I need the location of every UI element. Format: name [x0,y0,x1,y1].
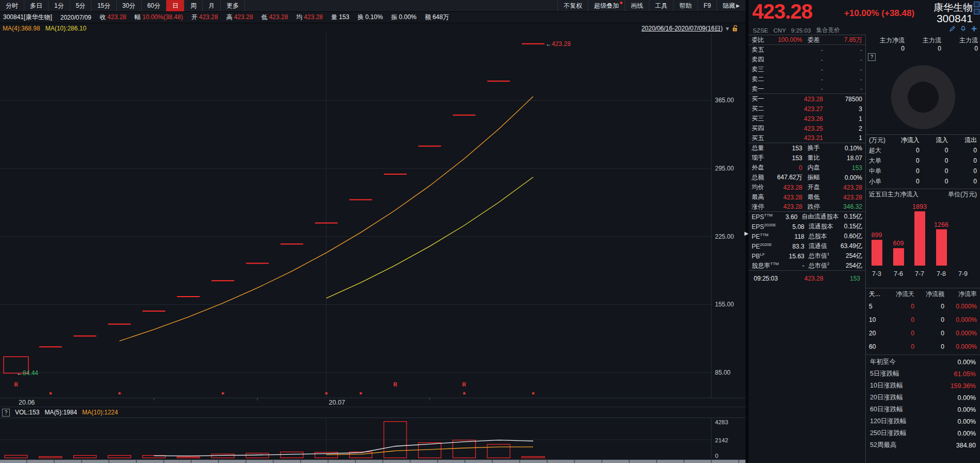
day-flow-col-header: 净流天 [888,290,914,299]
info-field-换: 换0.10% [357,13,383,22]
ask-row[interactable]: 卖四-- [749,55,865,65]
flow-row-label: 超大 [869,146,891,155]
bid-volume: 1 [830,115,862,122]
stat-value: 423.28 [830,194,862,201]
low-price-label: 84.44 [23,369,38,377]
unlock-icon[interactable] [732,25,739,32]
bid-row[interactable]: 买一423.2878500 [749,94,865,104]
stat-value: 423.28 [771,184,802,191]
fundamental-value2: 254亿 [835,252,862,260]
volume-chart[interactable]: 428321420 [0,418,745,460]
trade-date: 2020/07/09 [60,14,91,21]
tab-5分[interactable]: 5分 [70,0,92,11]
chart-text: 1266 [934,221,948,228]
diff-label: 委差 [807,36,830,44]
fundamental-row: PBLF15.63总市值1254亿 [749,251,865,261]
help-icon[interactable]: ? [2,409,10,416]
ask-row[interactable]: 卖三-- [749,65,865,74]
chart-text: 899 [872,232,882,239]
menu-帮助[interactable]: 帮助 [673,0,697,11]
horizontal-scrollbar[interactable] [0,460,745,463]
tab-周[interactable]: 周 [184,0,203,11]
day-flow-amount: 0 [914,316,944,323]
ask-row[interactable]: 卖二-- [749,74,865,84]
bid-row[interactable]: 买二423.273 [749,104,865,114]
menu-不复权[interactable]: 不复权 [557,0,588,11]
chart-text: ★ [462,391,466,396]
ask-row[interactable]: 卖五-- [749,45,865,55]
performance-value: 0.00% [958,359,976,366]
fundamental-label2: 流通股本 [808,222,835,231]
edit-icon[interactable] [948,25,956,33]
ask-price: - [772,76,830,83]
performance-label: 60日涨跌幅 [870,405,903,414]
chevron-down-icon[interactable]: ▼ [725,26,730,32]
volume-bar [108,455,131,458]
help-icon[interactable]: ? [868,53,876,61]
day-flow-col-header: 净流额 [914,290,944,299]
quote-action-icons [948,25,978,33]
bid-row[interactable]: 买三423.261 [749,114,865,124]
tab-1分[interactable]: 1分 [49,0,70,11]
stat-value: 153 [830,164,862,172]
collapse-arrow-icon[interactable]: ▶ [744,230,749,236]
date-range-label[interactable]: 2020/06/16-2020/07/09(16日) [642,24,723,33]
bid-price: 423.28 [772,96,830,103]
menu-隐藏[interactable]: 隐藏▶ [717,0,745,11]
fundamental-label: PETTM [752,233,784,240]
exchange-status-line: SZSE CNY 9:25:03 集合竞价 [749,26,866,35]
tab-日[interactable]: 日 [166,0,184,11]
day-flow-days: 20 [869,330,888,337]
volume-bar [211,454,234,458]
main-flow-header: 主力净流 [868,36,905,45]
ask-price: - [772,85,830,92]
tab-30分[interactable]: 30分 [117,0,142,11]
ask-label: 卖一 [752,85,772,94]
day-flow-days: 5 [869,303,888,310]
bid-label: 买二 [752,104,772,113]
ask-label: 卖三 [752,65,772,74]
kline-chart[interactable]: 365.00295.00225.00155.0085.0020.0620.07←… [0,33,745,406]
info-field-均: 均423.28 [296,13,323,22]
flow-donut-chart [891,65,955,129]
flow-cell: 0 [891,157,920,164]
ask-label: 卖五 [752,45,772,54]
menu-画线[interactable]: 画线 [625,0,649,11]
chart-text: 20.06 [19,399,35,406]
date-range-control[interactable]: 2020/06/16-2020/07/09(16日) ▼ [642,24,739,33]
stat-row: 均价423.28开盘423.28 [749,182,865,192]
chart-text: 7-7 [915,270,924,277]
add-plus-icon[interactable] [970,25,978,33]
day-flow-rate: 0.000% [944,330,977,337]
tab-月[interactable]: 月 [203,0,221,11]
period-tabs: 分时多日1分5分15分30分60分日周月更多 [0,0,245,11]
diff-value: 7.85万 [830,36,862,44]
arrow-left-icon: ← [546,40,552,48]
price-change: +10.00% (+38.48) [844,8,914,19]
menu-工具[interactable]: 工具 [649,0,673,11]
info-field-label: 换 [357,13,364,21]
bid-row[interactable]: 买五423.211 [749,133,865,143]
tab-更多[interactable]: 更多 [221,0,245,11]
tab-多日[interactable]: 多日 [24,0,49,11]
day-flow-netdays: 0 [888,316,914,323]
volume-bar [246,453,269,458]
bid-volume: 3 [830,105,862,113]
info-field-幅: 幅10.00%(38.48) [134,13,183,22]
tab-分时[interactable]: 分时 [0,0,24,11]
ask-volume: - [830,47,862,54]
commission-ratio-row: 委比100.00%委差7.85万 [749,35,865,45]
five-day-flow-chart[interactable]: 8997-36097-618937-712667-87-9 [866,199,980,286]
menu-超级叠加[interactable]: 超级叠加 [588,0,625,11]
ask-price: - [772,66,830,73]
chart-text: 365.00 [715,97,734,104]
bid-row[interactable]: 买四423.252 [749,124,865,133]
tab-60分[interactable]: 60分 [142,0,166,11]
alert-bell-icon[interactable] [959,25,967,33]
info-field-value: 423.28 [107,13,127,21]
ask-row[interactable]: 卖一-- [749,84,865,94]
menu-label: 帮助 [679,2,692,10]
tab-15分[interactable]: 15分 [91,0,116,11]
flow-row-label: 大单 [869,157,891,165]
menu-F9[interactable]: F9 [697,0,717,11]
